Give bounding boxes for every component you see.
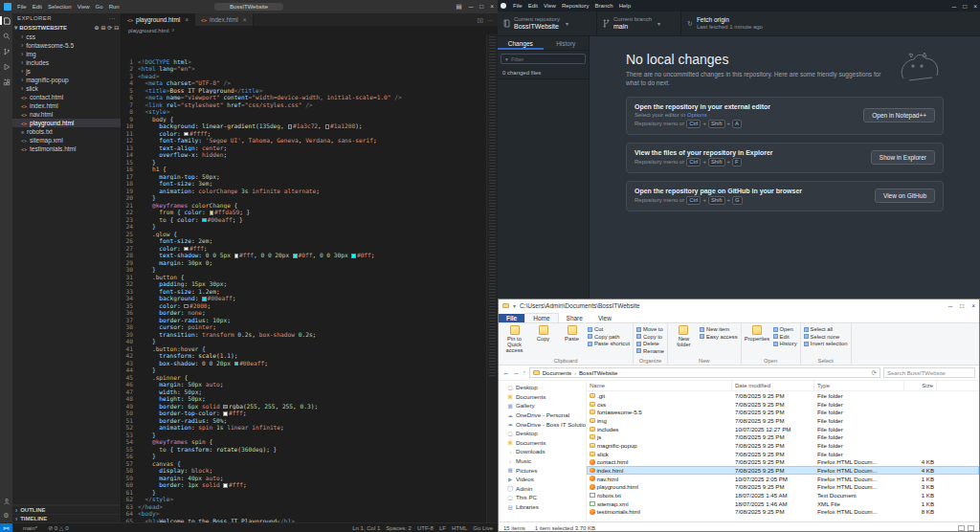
status-ln-1-col-1[interactable]: Ln 1, Col 1 [352, 525, 380, 531]
code-editor[interactable]: 1<!DOCTYPE html>2<html lang="en">3<head>… [122, 34, 498, 522]
ribbon-tab-file[interactable]: File [499, 314, 524, 322]
new-folder-icon[interactable]: ⊞ [100, 25, 105, 31]
nav-item-documents[interactable]: ▣Documents [499, 392, 586, 402]
status-html[interactable]: HTML [452, 525, 467, 531]
file-row-index-html[interactable]: index.html7/08/2025 9:25 PMFirefox HTML … [587, 466, 979, 475]
file-row-sitemap-xml[interactable]: sitemap.xml18/07/2025 1:46 AMXML File1 K… [587, 499, 979, 508]
show-in-explorer-button[interactable]: Show in Explorer [871, 150, 935, 165]
menu-item-help[interactable]: Help [616, 3, 634, 9]
ribbon-copy-to-button[interactable]: Copy to [636, 334, 664, 340]
search-input[interactable] [883, 367, 975, 378]
forward-button[interactable]: → [513, 368, 521, 377]
explorer-item-robots-txt[interactable]: ≡robots.txt [12, 127, 121, 136]
close-tab-icon[interactable]: × [185, 16, 189, 23]
fetch-origin-button[interactable]: ↻ Fetch origin Last fetched 1 minute ago [681, 11, 980, 35]
close-button[interactable]: × [490, 3, 494, 11]
more-actions-icon[interactable]: ··· [109, 15, 116, 21]
nav-item-onedrive-personal[interactable]: ☁OneDrive - Personal [499, 410, 586, 420]
explorer-item-css[interactable]: ›css [12, 33, 121, 41]
minimize-button[interactable]: ─ [948, 302, 953, 309]
file-row-slick[interactable]: slick7/08/2025 9:25 PMFile folder [587, 450, 979, 458]
command-center[interactable]: BossITWebsite [214, 3, 283, 11]
nav-item-onedrive-boss-it-solutions[interactable]: ☁OneDrive - Boss IT Solutions [499, 419, 586, 429]
file-row-css[interactable]: css7/08/2025 9:25 PMFile folder [587, 400, 979, 409]
explorer-item-index-html[interactable]: <>index.html [12, 101, 121, 110]
close-tab-icon[interactable]: × [243, 16, 247, 23]
menu-item-edit[interactable]: Edit [525, 3, 541, 9]
file-row-testimonials-html[interactable]: testimonials.html7/08/2025 9:25 PMFirefo… [587, 508, 979, 517]
status-spaces-2[interactable]: Spaces: 2 [386, 525, 412, 531]
search-icon[interactable] [2, 32, 11, 40]
nav-item-documents[interactable]: ▣Documents [499, 438, 586, 448]
nav-item-downloads[interactable]: ↓Downloads [499, 447, 586, 456]
explorer-icon[interactable] [2, 16, 11, 25]
remote-indicator[interactable]: >< [0, 523, 12, 532]
ribbon-tab-share[interactable]: Share [559, 314, 590, 322]
settings-gear-icon[interactable]: ⚙ [2, 511, 11, 520]
menu-item-go[interactable]: Go [93, 4, 106, 10]
branch-indicator[interactable]: main* [23, 525, 37, 531]
editor-tab-playground-html[interactable]: <>playground.html× [122, 13, 195, 26]
ribbon-edit-button[interactable]: Edit [773, 334, 797, 340]
extensions-icon[interactable] [2, 78, 11, 86]
editor-tab-index-html[interactable]: <>index.html× [195, 13, 253, 26]
ribbon-history-button[interactable]: History [773, 341, 797, 346]
file-row-playground-html[interactable]: playground.html7/08/2025 9:25 PMFirefox … [587, 483, 979, 492]
ribbon-new-folder-button[interactable]: New folder [671, 325, 697, 347]
minimap[interactable] [486, 34, 498, 522]
minimize-button[interactable]: ─ [469, 3, 474, 11]
menu-item-view[interactable]: View [75, 4, 93, 10]
ribbon-properties-button[interactable]: Properties [745, 325, 770, 342]
open-in-notepad-button[interactable]: Open in Notepad++ [863, 108, 935, 122]
explorer-item-js[interactable]: ›js [12, 67, 121, 76]
file-row-robots-txt[interactable]: robots.txt18/07/2025 1:45 AMText Documen… [587, 491, 979, 499]
ribbon-move-to-button[interactable]: Move to [636, 326, 664, 332]
file-row-magnific-popup[interactable]: magnific-popup7/08/2025 9:25 PMFile fold… [587, 441, 979, 450]
nav-item-desktop[interactable]: ▢Desktop [499, 383, 586, 392]
column-header-date-modified[interactable]: Date modified [732, 381, 814, 390]
nav-item-gallery[interactable]: ▦Gallery [499, 401, 586, 410]
nav-item-this-pc[interactable]: ▢This PC [499, 493, 586, 502]
ribbon-select-all-button[interactable]: Select all [804, 326, 848, 332]
file-row-git[interactable]: .git7/08/2025 9:25 PMFile folder [587, 391, 979, 400]
explorer-item-testimonials-html[interactable]: <>testimonials.html [12, 144, 121, 153]
menu-item-run[interactable]: Run [106, 4, 122, 10]
refresh-icon[interactable]: ⟳ [872, 369, 877, 377]
repository-selector[interactable]: Current repository BossITWebsite ▾ [498, 11, 597, 35]
column-header-name[interactable]: Name [587, 381, 732, 390]
nav-item-pictures[interactable]: ▦Pictures [499, 465, 586, 475]
minimize-button[interactable]: ─ [952, 3, 957, 10]
details-view-icon[interactable] [958, 525, 965, 531]
explorer-item-magnific-popup[interactable]: ›magnific-popup [12, 76, 121, 84]
menu-item-selection[interactable]: Selection [45, 4, 75, 10]
branch-selector[interactable]: Current branch main ▾ [597, 11, 681, 35]
maximize-button[interactable]: □ [960, 302, 964, 309]
nav-item-videos[interactable]: ▶Videos [499, 475, 586, 484]
ribbon-cut-button[interactable]: Cut [588, 326, 630, 332]
ribbon-paste-button[interactable]: Paste [559, 325, 585, 342]
split-editor-icon[interactable]: ▯▯ [477, 16, 483, 23]
explorer-item-fontawesome-5-5[interactable]: ›fontawesome-5.5 [12, 41, 121, 50]
nav-item-desktop[interactable]: ▢Desktop [499, 429, 586, 438]
panel-outline[interactable]: ›OUTLINE [12, 505, 121, 514]
panel-timeline[interactable]: ›TIMELINE [12, 514, 121, 522]
explorer-item-includes[interactable]: ›includes [12, 58, 121, 67]
nav-item-music[interactable]: ♪Music [499, 456, 586, 466]
explorer-item-nav-html[interactable]: <>nav.html [12, 110, 121, 119]
menu-item-repository[interactable]: Repository [559, 3, 592, 9]
explorer-item-sitemap-xml[interactable]: <>sitemap.xml [12, 136, 121, 144]
maximize-button[interactable]: □ [963, 3, 967, 10]
up-button[interactable]: ↑ [523, 368, 526, 377]
breadcrumb-documents[interactable]: Documents [543, 370, 571, 376]
menu-item-branch[interactable]: Branch [592, 3, 616, 9]
collapse-all-icon[interactable]: ⊟ [114, 25, 119, 31]
customize-icon[interactable]: ▾ [513, 302, 516, 309]
breadcrumb-box[interactable]: Documents›BossITWebsite ⟳ [529, 367, 880, 378]
breadcrumb[interactable]: playground.html › [122, 26, 498, 34]
column-header-type[interactable]: Type [814, 381, 904, 390]
ribbon-rename-button[interactable]: Rename [636, 348, 664, 354]
back-button[interactable]: ← [502, 368, 510, 377]
ribbon-copy-button[interactable]: Copy [530, 325, 556, 342]
filter-input[interactable] [511, 56, 582, 62]
breadcrumb-bossitwebsite[interactable]: BossITWebsite [579, 370, 617, 376]
